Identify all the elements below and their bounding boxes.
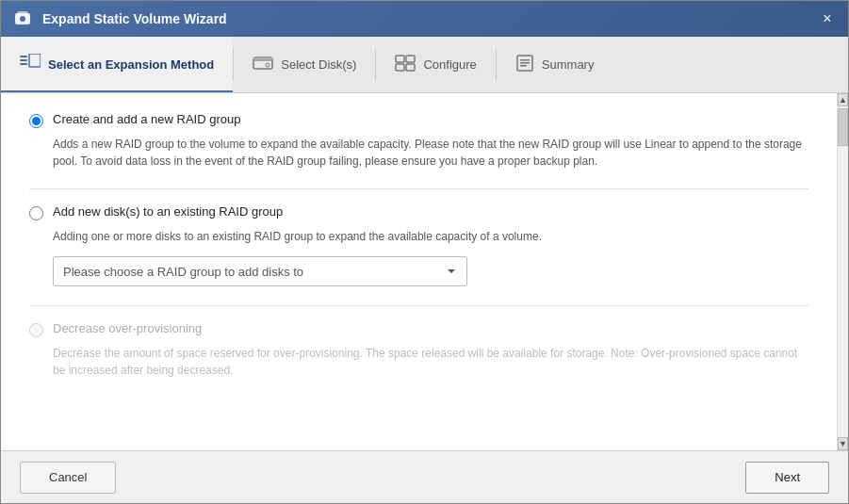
option-existing-raid-radio[interactable] bbox=[29, 206, 43, 220]
volume-icon bbox=[12, 8, 33, 29]
tab-select-disks-label: Select Disk(s) bbox=[281, 57, 356, 72]
next-button[interactable]: Next bbox=[745, 462, 829, 494]
divider-1 bbox=[29, 188, 808, 189]
scroll-area: Create and add a new RAID group Adds a n… bbox=[1, 93, 848, 450]
svg-point-9 bbox=[266, 63, 269, 67]
title-bar-left: Expand Static Volume Wizard bbox=[12, 8, 227, 29]
svg-rect-6 bbox=[29, 54, 41, 67]
close-button[interactable]: × bbox=[818, 9, 837, 28]
option-decrease-description: Decrease the amount of space reserved fo… bbox=[53, 345, 808, 379]
wizard-window: Expand Static Volume Wizard × Select an … bbox=[0, 0, 849, 504]
option-existing-raid: Add new disk(s) to an existing RAID grou… bbox=[29, 204, 808, 286]
svg-rect-12 bbox=[396, 64, 404, 71]
svg-rect-11 bbox=[406, 56, 415, 62]
title-bar: Expand Static Volume Wizard × bbox=[1, 1, 848, 37]
svg-rect-4 bbox=[20, 59, 27, 61]
divider-2 bbox=[29, 305, 808, 306]
svg-rect-16 bbox=[520, 62, 530, 64]
tab-configure-icon bbox=[395, 55, 416, 74]
option-new-raid-label[interactable]: Create and add a new RAID group bbox=[53, 112, 240, 126]
main-content: Create and add a new RAID group Adds a n… bbox=[1, 93, 837, 450]
scrollbar-spacer bbox=[838, 146, 848, 437]
svg-rect-15 bbox=[520, 59, 530, 61]
option-new-raid-row: Create and add a new RAID group bbox=[29, 112, 808, 128]
option-existing-raid-label[interactable]: Add new disk(s) to an existing RAID grou… bbox=[53, 204, 283, 219]
option-new-raid-description: Adds a new RAID group to the volume to e… bbox=[53, 136, 808, 170]
svg-rect-17 bbox=[520, 65, 527, 67]
option-existing-raid-row: Add new disk(s) to an existing RAID grou… bbox=[29, 204, 808, 220]
option-new-raid: Create and add a new RAID group Adds a n… bbox=[29, 112, 808, 170]
wizard-footer: Cancel Next bbox=[1, 450, 848, 503]
svg-point-2 bbox=[20, 16, 25, 22]
tab-summary-label: Summary bbox=[542, 57, 595, 72]
option-decrease-row: Decrease over-provisioning bbox=[29, 321, 808, 337]
option-new-raid-radio[interactable] bbox=[29, 114, 43, 128]
svg-rect-3 bbox=[20, 56, 27, 57]
tab-select-method-icon bbox=[20, 54, 41, 75]
scrollbar-arrow-down[interactable]: ▼ bbox=[838, 437, 848, 450]
scrollbar-track: ▲ ▼ bbox=[837, 93, 848, 450]
tab-select-disks-icon bbox=[253, 55, 273, 74]
option-existing-raid-description: Adding one or more disks to an existing … bbox=[53, 228, 808, 245]
svg-rect-10 bbox=[396, 56, 404, 62]
option-decrease-provisioning: Decrease over-provisioning Decrease the … bbox=[29, 321, 808, 379]
tab-select-method-label: Select an Expansion Method bbox=[48, 57, 214, 72]
cancel-button[interactable]: Cancel bbox=[20, 462, 116, 494]
tab-select-disks[interactable]: Select Disk(s) bbox=[234, 37, 375, 92]
svg-rect-8 bbox=[253, 57, 272, 61]
wizard-tabs: Select an Expansion Method Select Disk(s… bbox=[1, 37, 848, 93]
svg-rect-5 bbox=[20, 63, 27, 65]
raid-dropdown-wrapper: Please choose a RAID group to add disks … bbox=[53, 256, 808, 286]
svg-rect-13 bbox=[406, 64, 415, 71]
window-title: Expand Static Volume Wizard bbox=[42, 11, 227, 26]
option-decrease-radio[interactable] bbox=[29, 323, 43, 337]
option-decrease-label: Decrease over-provisioning bbox=[53, 321, 202, 335]
tab-summary-icon bbox=[515, 55, 534, 74]
tab-configure-label: Configure bbox=[423, 57, 476, 72]
tab-configure[interactable]: Configure bbox=[376, 37, 495, 92]
tab-select-method[interactable]: Select an Expansion Method bbox=[1, 37, 233, 92]
raid-group-dropdown[interactable]: Please choose a RAID group to add disks … bbox=[53, 256, 467, 286]
scrollbar-arrow-up[interactable]: ▲ bbox=[838, 93, 848, 106]
tab-summary[interactable]: Summary bbox=[497, 37, 613, 92]
scrollbar-thumb[interactable] bbox=[838, 108, 848, 146]
